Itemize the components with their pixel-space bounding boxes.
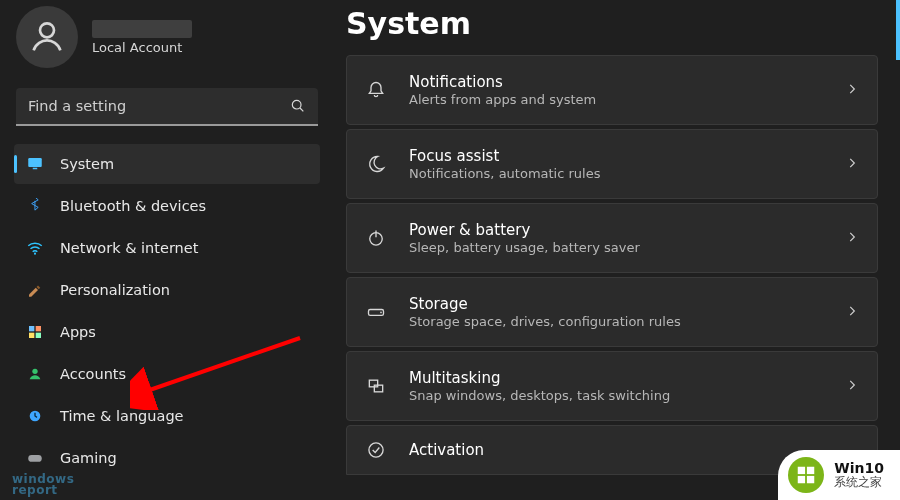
sidebar-item-accounts[interactable]: Accounts [14, 354, 320, 394]
windows-icon [365, 375, 387, 397]
monitor-icon [26, 155, 44, 173]
sidebar-item-system[interactable]: System [14, 144, 320, 184]
system-cards: Notifications Alerts from apps and syste… [346, 55, 878, 475]
moon-icon [365, 153, 387, 175]
account-name-redacted [92, 20, 192, 38]
watermark-windows-report: windows report [12, 474, 74, 496]
watermark-win10: Win10 系统之家 [778, 450, 900, 500]
sidebar-item-bluetooth[interactable]: Bluetooth & devices [14, 186, 320, 226]
person-icon [26, 365, 44, 383]
brush-icon [26, 281, 44, 299]
svg-rect-4 [33, 168, 38, 170]
svg-rect-6 [29, 326, 34, 331]
settings-sidebar: Local Account Find a setting System Blue… [0, 0, 330, 500]
bluetooth-icon [26, 197, 44, 215]
svg-rect-12 [28, 455, 42, 462]
settings-main: System Notifications Alerts from apps an… [330, 0, 900, 500]
svg-point-10 [32, 369, 37, 374]
svg-point-5 [34, 253, 36, 255]
card-title: Multitasking [409, 369, 823, 387]
clock-icon [26, 407, 44, 425]
svg-point-16 [380, 312, 382, 314]
sidebar-item-label: Accounts [60, 366, 126, 382]
sidebar-item-label: Bluetooth & devices [60, 198, 206, 214]
card-subtitle: Storage space, drives, configuration rul… [409, 314, 823, 329]
svg-point-0 [40, 23, 54, 37]
chevron-right-icon [845, 304, 859, 321]
card-subtitle: Notifications, automatic rules [409, 166, 823, 181]
search-input[interactable]: Find a setting [16, 88, 318, 126]
card-focus-assist[interactable]: Focus assist Notifications, automatic ru… [346, 129, 878, 199]
svg-point-19 [369, 443, 383, 457]
card-storage[interactable]: Storage Storage space, drives, configura… [346, 277, 878, 347]
nav-list: System Bluetooth & devices Network & int… [14, 144, 320, 478]
sidebar-item-time-language[interactable]: Time & language [14, 396, 320, 436]
card-title: Power & battery [409, 221, 823, 239]
profile-block[interactable]: Local Account [14, 0, 320, 74]
card-title: Focus assist [409, 147, 823, 165]
svg-rect-17 [369, 380, 377, 387]
card-power-battery[interactable]: Power & battery Sleep, battery usage, ba… [346, 203, 878, 273]
card-subtitle: Snap windows, desktops, task switching [409, 388, 823, 403]
svg-rect-23 [798, 476, 805, 483]
svg-rect-3 [28, 158, 42, 167]
sidebar-item-network[interactable]: Network & internet [14, 228, 320, 268]
svg-rect-9 [36, 333, 41, 338]
bell-icon [365, 79, 387, 101]
card-multitasking[interactable]: Multitasking Snap windows, desktops, tas… [346, 351, 878, 421]
sidebar-item-label: System [60, 156, 114, 172]
sidebar-item-label: Apps [60, 324, 96, 340]
sidebar-item-personalization[interactable]: Personalization [14, 270, 320, 310]
svg-rect-22 [807, 467, 814, 474]
card-subtitle: Sleep, battery usage, battery saver [409, 240, 823, 255]
sidebar-item-label: Network & internet [60, 240, 198, 256]
svg-rect-7 [36, 326, 41, 331]
sidebar-item-label: Personalization [60, 282, 170, 298]
checkmark-circle-icon [365, 439, 387, 461]
person-icon [27, 17, 67, 57]
svg-rect-24 [807, 476, 814, 483]
gamepad-icon [26, 449, 44, 467]
card-notifications[interactable]: Notifications Alerts from apps and syste… [346, 55, 878, 125]
card-title: Storage [409, 295, 823, 313]
svg-rect-21 [798, 467, 805, 474]
svg-point-1 [292, 100, 301, 109]
power-icon [365, 227, 387, 249]
sidebar-item-label: Time & language [60, 408, 184, 424]
sidebar-item-apps[interactable]: Apps [14, 312, 320, 352]
svg-rect-18 [374, 385, 382, 392]
wifi-icon [26, 239, 44, 257]
win10-logo-icon [788, 457, 824, 493]
svg-line-2 [300, 108, 303, 111]
drive-icon [365, 301, 387, 323]
apps-icon [26, 323, 44, 341]
profile-text: Local Account [92, 20, 192, 55]
page-title: System [346, 0, 878, 55]
chevron-right-icon [845, 156, 859, 173]
chevron-right-icon [845, 82, 859, 99]
search-icon [290, 98, 306, 114]
svg-rect-8 [29, 333, 34, 338]
card-title: Notifications [409, 73, 823, 91]
sidebar-item-label: Gaming [60, 450, 117, 466]
card-subtitle: Alerts from apps and system [409, 92, 823, 107]
account-type-label: Local Account [92, 40, 192, 55]
accent-edge [896, 0, 900, 60]
avatar [16, 6, 78, 68]
search-placeholder: Find a setting [28, 98, 126, 114]
chevron-right-icon [845, 230, 859, 247]
chevron-right-icon [845, 378, 859, 395]
